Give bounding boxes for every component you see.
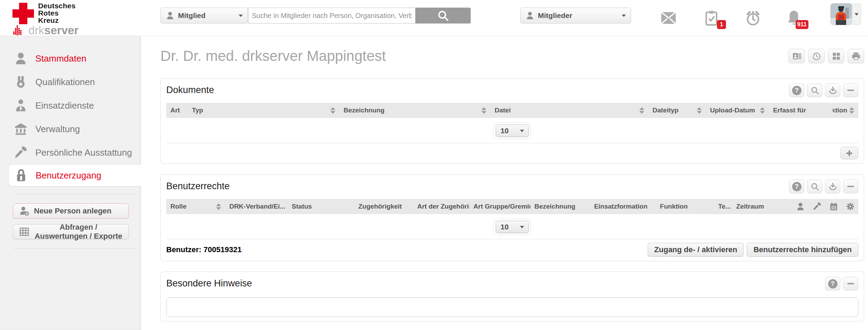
collapse-button[interactable] bbox=[843, 180, 858, 193]
column-header-aktion[interactable]: Aktion bbox=[833, 103, 858, 118]
drk-logo[interactable]: Deutsches Rotes Kreuz drkserver bbox=[12, 2, 79, 36]
sidebar-item-verwaltung[interactable]: Verwaltung bbox=[0, 117, 141, 141]
filter-search-button[interactable] bbox=[807, 180, 822, 193]
column-header-upload-datum[interactable]: Upload-Datum bbox=[706, 103, 769, 118]
person-icon bbox=[14, 52, 28, 65]
messages-button[interactable] bbox=[659, 9, 677, 27]
collapse-button[interactable] bbox=[843, 83, 858, 97]
column-header-datei[interactable]: Datei bbox=[490, 103, 648, 118]
sort-icon bbox=[330, 107, 335, 114]
plus-icon bbox=[845, 149, 853, 157]
main-content: Dr. Dr. med. drkserver Mappingtest bbox=[141, 36, 868, 330]
panel-dokumente: Dokumente Art Typ bbox=[160, 78, 864, 164]
tasks-button[interactable]: 1 bbox=[702, 9, 720, 27]
user-menu[interactable] bbox=[831, 3, 861, 25]
page-size-select[interactable]: 10 bbox=[496, 221, 529, 233]
history-button[interactable] bbox=[808, 49, 825, 63]
bank-icon bbox=[14, 122, 28, 136]
help-icon bbox=[792, 86, 801, 95]
sidebar-item-benutzerzugang[interactable]: Benutzerzugang bbox=[8, 164, 141, 186]
collapse-button[interactable] bbox=[843, 277, 858, 291]
sidebar-item-einsatzdienste[interactable]: Einsatzdienste bbox=[0, 94, 141, 117]
add-user-rights-button[interactable]: Benutzerrechte hinzufügen bbox=[747, 243, 858, 257]
column-header-rolle[interactable]: Rolle bbox=[166, 199, 225, 214]
sort-icon bbox=[287, 203, 288, 210]
person-icon bbox=[796, 202, 805, 211]
calendar-icon bbox=[829, 202, 838, 211]
logo-text: Deutsches Rotes Kreuz bbox=[38, 2, 76, 24]
sort-icon bbox=[697, 107, 702, 114]
sidebar-item-label: Einsatzdienste bbox=[35, 100, 94, 111]
panel-besondere-hinweise: Besondere Hinweise bbox=[160, 272, 864, 321]
table-header-row: Art Typ Bezeichnung Datei Dateityp Uploa… bbox=[166, 103, 858, 118]
clipboard-icon bbox=[705, 10, 718, 26]
download-button[interactable] bbox=[825, 180, 840, 193]
toggle-access-button[interactable]: Zugang de- / aktivieren bbox=[648, 243, 744, 257]
sidebar-item-stammdaten[interactable]: Stammdaten bbox=[0, 47, 141, 70]
timer-button[interactable] bbox=[744, 9, 762, 27]
benutzerrechte-table: Rolle DRK-Verband/Ei... Status Zugehörig… bbox=[166, 199, 858, 214]
page-size-select[interactable]: 10 bbox=[496, 125, 529, 137]
grid-view-button[interactable] bbox=[828, 49, 844, 63]
sort-icon bbox=[639, 107, 644, 114]
search-input[interactable] bbox=[248, 8, 415, 24]
sort-icon bbox=[760, 107, 765, 114]
notifications-badge: 911 bbox=[796, 20, 808, 29]
column-header-erfasst-fuer: Erfasst für bbox=[769, 103, 833, 118]
add-document-button[interactable] bbox=[840, 147, 858, 159]
help-button[interactable] bbox=[825, 277, 840, 291]
column-header-typ[interactable]: Typ bbox=[188, 103, 339, 118]
grid-icon bbox=[832, 52, 841, 61]
context-select[interactable]: Mitglieder bbox=[520, 8, 631, 24]
column-header-art: Art bbox=[166, 103, 188, 118]
column-header-zeitraum: Zeitraum bbox=[732, 199, 792, 214]
person-tie-icon bbox=[14, 99, 28, 112]
sidebar-divider bbox=[13, 194, 139, 195]
contact-card-icon bbox=[792, 52, 801, 61]
person-plus-icon bbox=[19, 205, 30, 217]
column-header-settings bbox=[842, 199, 858, 214]
sidebar-item-label: Qualifikationen bbox=[35, 77, 95, 88]
filter-search-button[interactable] bbox=[807, 83, 822, 97]
sidebar-item-label: Verwaltung bbox=[35, 124, 80, 135]
contact-card-button[interactable] bbox=[788, 49, 805, 63]
tools-icon bbox=[14, 146, 28, 159]
panel-divider bbox=[166, 143, 858, 143]
column-header-status: Status bbox=[287, 199, 354, 214]
logo-line: Rotes bbox=[38, 9, 76, 17]
column-header-art-gruppe-gremium: Art Gruppe/Gremiu... bbox=[469, 199, 530, 214]
page-size-value: 10 bbox=[501, 127, 508, 135]
special-notes-input[interactable] bbox=[166, 297, 858, 317]
lock-icon bbox=[14, 168, 28, 182]
download-button[interactable] bbox=[825, 83, 840, 97]
column-header-dateityp[interactable]: Dateityp bbox=[648, 103, 706, 118]
column-header-calendar bbox=[825, 199, 842, 214]
user-menu-caret-button[interactable] bbox=[852, 3, 861, 25]
sidebar-item-label: Benutzerzugang bbox=[36, 170, 101, 181]
help-button[interactable] bbox=[789, 83, 804, 97]
new-person-button[interactable]: Neue Person anlegen bbox=[13, 203, 129, 219]
queries-exports-label: Abfragen / Auswertungen / Exporte bbox=[34, 223, 123, 241]
search-button[interactable] bbox=[415, 8, 471, 24]
person-icon bbox=[525, 11, 534, 20]
search-scope-select[interactable]: Mitglied bbox=[160, 8, 248, 24]
print-button[interactable] bbox=[848, 49, 864, 63]
help-button[interactable] bbox=[789, 180, 804, 193]
sidebar-item-qualifikationen[interactable]: Qualifikationen bbox=[0, 70, 141, 94]
column-header-zugehoerigkeit: Zugehörigkeit bbox=[354, 199, 413, 214]
dokumente-table: Art Typ Bezeichnung Datei Dateityp Uploa… bbox=[166, 103, 858, 118]
person-icon bbox=[166, 11, 175, 20]
stopwatch-icon bbox=[745, 10, 761, 26]
column-header-drk-verband[interactable]: DRK-Verband/Ei... bbox=[225, 199, 287, 214]
column-header-te: Te... bbox=[714, 199, 732, 214]
column-header-art-der-zugehoerigkeit: Art der Zugehörigkeit bbox=[413, 199, 469, 214]
queries-exports-button[interactable]: Abfragen / Auswertungen / Exporte bbox=[13, 224, 129, 239]
panel-title: Dokumente bbox=[166, 85, 214, 95]
minus-icon bbox=[847, 186, 854, 187]
sidebar-item-persoenliche-ausstattung[interactable]: Persönliche Ausstattung bbox=[0, 141, 141, 164]
history-icon bbox=[812, 52, 821, 61]
column-header-bezeichnung[interactable]: Bezeichnung bbox=[339, 103, 490, 118]
search-icon bbox=[437, 9, 449, 22]
notifications-button[interactable]: 911 bbox=[785, 9, 803, 27]
red-cross-icon bbox=[12, 3, 34, 24]
